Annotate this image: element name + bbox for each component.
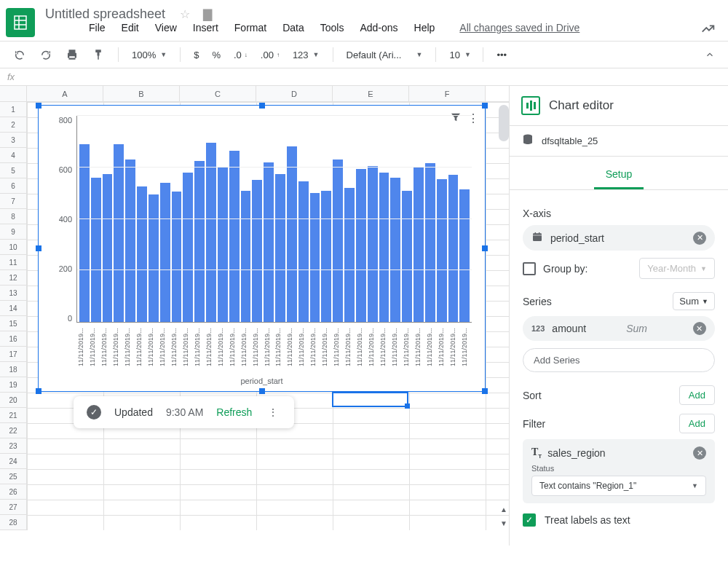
chart-bar[interactable] bbox=[321, 191, 331, 322]
row-header[interactable]: 5 bbox=[0, 163, 27, 178]
chart-bar[interactable] bbox=[368, 166, 378, 322]
column-header[interactable]: B bbox=[103, 86, 180, 101]
font-select[interactable]: Default (Ari...▼ bbox=[342, 47, 427, 63]
group-by-select[interactable]: Year-Month▼ bbox=[639, 258, 715, 279]
scroll-up-icon[interactable]: ▲ bbox=[500, 505, 507, 513]
chart-bar[interactable] bbox=[79, 144, 90, 322]
chart-bar[interactable] bbox=[229, 151, 240, 322]
paint-format-button[interactable] bbox=[87, 45, 109, 64]
vertical-scrollbar[interactable] bbox=[499, 105, 509, 141]
row-header[interactable]: 7 bbox=[0, 194, 27, 209]
chart-bar[interactable] bbox=[264, 162, 274, 322]
sheets-logo-icon[interactable] bbox=[6, 8, 35, 37]
add-filter-button[interactable]: Add bbox=[679, 414, 715, 433]
chart-bar[interactable] bbox=[448, 175, 459, 322]
menu-insert[interactable]: Insert bbox=[193, 22, 218, 34]
chart-object[interactable]: ⋮ 8006004002000 11/11/2019...11/11/2019.… bbox=[38, 105, 486, 392]
row-header[interactable]: 8 bbox=[0, 209, 27, 224]
currency-button[interactable]: $ bbox=[189, 47, 203, 63]
doc-title[interactable]: Untitled spreadsheet bbox=[42, 7, 165, 22]
row-header[interactable]: 19 bbox=[0, 377, 27, 393]
column-header[interactable]: E bbox=[333, 86, 409, 101]
percent-button[interactable]: % bbox=[207, 47, 225, 63]
row-header[interactable]: 25 bbox=[0, 469, 27, 484]
treat-labels-checkbox[interactable]: ✓ bbox=[523, 513, 536, 527]
chart-bar[interactable] bbox=[287, 146, 297, 322]
chart-bar[interactable] bbox=[333, 160, 343, 322]
chart-bar[interactable] bbox=[172, 192, 182, 322]
more-formats-button[interactable]: 123▼ bbox=[288, 47, 324, 63]
row-header[interactable]: 23 bbox=[0, 438, 27, 454]
menu-edit[interactable]: Edit bbox=[122, 22, 139, 34]
chart-bar[interactable] bbox=[252, 180, 262, 322]
chart-bar[interactable] bbox=[459, 189, 470, 322]
row-header[interactable]: 11 bbox=[0, 255, 27, 270]
resize-handle[interactable] bbox=[36, 245, 41, 251]
chart-bar[interactable] bbox=[149, 194, 159, 322]
series-field-chip[interactable]: 123 amount Sum ✕ bbox=[523, 316, 715, 341]
chart-bar[interactable] bbox=[425, 163, 435, 322]
row-header[interactable]: 17 bbox=[0, 347, 27, 362]
refresh-button[interactable]: Refresh bbox=[216, 406, 252, 418]
remove-filter-icon[interactable]: ✕ bbox=[693, 446, 706, 460]
chart-bar[interactable] bbox=[137, 186, 147, 322]
chart-bar[interactable] bbox=[160, 183, 170, 322]
xaxis-field-chip[interactable]: period_start ✕ bbox=[523, 225, 715, 251]
menu-data[interactable]: Data bbox=[282, 22, 304, 34]
chart-bar[interactable] bbox=[379, 173, 389, 322]
row-header[interactable]: 15 bbox=[0, 316, 27, 331]
menu-addons[interactable]: Add-ons bbox=[360, 22, 397, 34]
chart-bar[interactable] bbox=[91, 178, 101, 322]
chart-bar[interactable] bbox=[241, 191, 251, 322]
chart-bar[interactable] bbox=[298, 181, 309, 322]
row-header[interactable]: 9 bbox=[0, 224, 27, 240]
trending-up-icon[interactable] bbox=[700, 20, 716, 39]
chart-bar[interactable] bbox=[206, 143, 216, 322]
add-sort-button[interactable]: Add bbox=[679, 385, 715, 405]
print-button[interactable] bbox=[61, 45, 83, 64]
menu-help[interactable]: Help bbox=[414, 22, 435, 34]
add-series-button[interactable]: Add Series bbox=[523, 348, 715, 372]
menu-format[interactable]: Format bbox=[234, 22, 266, 34]
resize-handle[interactable] bbox=[36, 388, 41, 394]
row-header[interactable]: 14 bbox=[0, 301, 27, 316]
status-more-icon[interactable]: ⋮ bbox=[265, 406, 281, 418]
dec-more-button[interactable]: .00↑ bbox=[256, 47, 284, 63]
formula-bar[interactable]: fx bbox=[0, 68, 728, 86]
column-header[interactable]: C bbox=[180, 86, 256, 101]
chart-bar[interactable] bbox=[194, 161, 205, 322]
chart-bar[interactable] bbox=[356, 169, 366, 322]
redo-button[interactable] bbox=[35, 45, 57, 64]
row-header[interactable]: 1 bbox=[0, 102, 27, 117]
resize-handle[interactable] bbox=[36, 103, 41, 109]
chart-bar[interactable] bbox=[402, 191, 412, 322]
zoom-select[interactable]: 100%▼ bbox=[127, 47, 171, 63]
select-all-corner[interactable] bbox=[0, 86, 27, 101]
cell-grid[interactable]: ⋮ 8006004002000 11/11/2019...11/11/2019.… bbox=[27, 102, 509, 530]
chart-bar[interactable] bbox=[275, 174, 285, 322]
chart-bar[interactable] bbox=[437, 179, 447, 322]
folder-icon[interactable]: ▇ bbox=[203, 7, 212, 21]
remove-series-icon[interactable]: ✕ bbox=[693, 322, 706, 335]
resize-handle[interactable] bbox=[482, 103, 488, 109]
row-header[interactable]: 6 bbox=[0, 178, 27, 194]
chart-bar[interactable] bbox=[390, 178, 400, 322]
row-header[interactable]: 20 bbox=[0, 393, 27, 408]
chart-bar[interactable] bbox=[183, 173, 193, 322]
row-header[interactable]: 10 bbox=[0, 240, 27, 255]
series-agg-select[interactable]: Sum▼ bbox=[673, 292, 715, 310]
undo-button[interactable] bbox=[9, 45, 31, 64]
group-by-checkbox[interactable] bbox=[523, 262, 536, 275]
menu-file[interactable]: File bbox=[89, 22, 106, 34]
row-header[interactable]: 4 bbox=[0, 148, 27, 163]
chart-bar[interactable] bbox=[344, 188, 355, 322]
row-header[interactable]: 21 bbox=[0, 408, 27, 423]
row-header[interactable]: 22 bbox=[0, 423, 27, 438]
more-toolbar-button[interactable]: ••• bbox=[492, 47, 511, 63]
row-header[interactable]: 24 bbox=[0, 454, 27, 469]
row-header[interactable]: 28 bbox=[0, 515, 27, 530]
data-source-name[interactable]: dfsqltable_25 bbox=[542, 135, 598, 146]
chart-bar[interactable] bbox=[114, 144, 124, 322]
row-header[interactable]: 3 bbox=[0, 133, 27, 148]
tab-setup[interactable]: Setup bbox=[594, 162, 644, 189]
